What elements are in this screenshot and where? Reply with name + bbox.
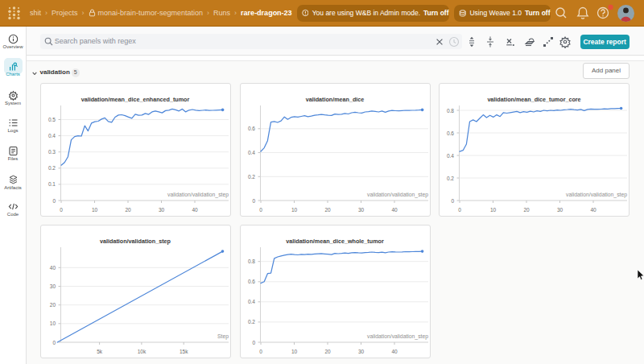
svg-text:30: 30 (557, 207, 564, 213)
svg-text:0.8: 0.8 (247, 259, 254, 264)
svg-text:0.4: 0.4 (247, 150, 254, 155)
svg-text:0.2: 0.2 (247, 319, 254, 325)
svg-text:10: 10 (49, 321, 56, 326)
svg-text:10: 10 (291, 207, 297, 213)
svg-text:0.6: 0.6 (447, 130, 454, 136)
svg-text:10k: 10k (137, 349, 146, 354)
svg-text:0.4: 0.4 (447, 153, 454, 159)
svg-text:0: 0 (52, 340, 56, 345)
svg-text:validation/validation_step: validation/validation_step (367, 192, 428, 198)
svg-text:0: 0 (252, 198, 255, 204)
svg-text:20: 20 (523, 207, 530, 213)
svg-text:30: 30 (357, 207, 364, 213)
svg-text:validation/validation_step: validation/validation_step (566, 192, 627, 198)
svg-text:0.2: 0.2 (447, 176, 454, 181)
svg-text:15k: 15k (179, 349, 188, 354)
svg-text:0.2: 0.2 (47, 165, 55, 171)
svg-text:0: 0 (259, 207, 262, 213)
svg-text:10: 10 (291, 349, 297, 354)
svg-text:0: 0 (259, 349, 262, 354)
svg-text:0.4: 0.4 (47, 133, 55, 139)
svg-text:5k: 5k (97, 349, 103, 354)
svg-text:0.2: 0.2 (247, 174, 254, 180)
svg-text:20: 20 (324, 207, 331, 213)
svg-text:30: 30 (357, 349, 364, 354)
svg-text:0.6: 0.6 (247, 126, 254, 131)
svg-text:20: 20 (125, 207, 131, 213)
svg-text:40: 40 (391, 207, 398, 213)
svg-text:10: 10 (490, 207, 497, 213)
svg-text:0: 0 (252, 340, 255, 345)
svg-text:40: 40 (590, 207, 597, 213)
svg-text:validation/validation_step: validation/validation_step (167, 192, 229, 198)
svg-text:0: 0 (60, 207, 63, 213)
svg-text:0.1: 0.1 (47, 181, 55, 187)
svg-text:40: 40 (49, 265, 56, 271)
svg-text:0.6: 0.6 (247, 279, 254, 284)
svg-text:0: 0 (458, 207, 461, 213)
svg-text:validation/validation_step: validation/validation_step (367, 333, 428, 340)
svg-text:30: 30 (158, 207, 164, 213)
svg-text:10: 10 (91, 207, 97, 213)
svg-text:0.8: 0.8 (447, 108, 454, 114)
svg-text:40: 40 (192, 207, 198, 213)
svg-text:20: 20 (324, 349, 331, 354)
svg-text:0.5: 0.5 (47, 117, 55, 122)
svg-text:0.3: 0.3 (47, 149, 55, 155)
svg-text:30: 30 (49, 283, 56, 289)
svg-text:20: 20 (49, 302, 56, 308)
svg-text:0.4: 0.4 (247, 299, 254, 304)
svg-text:40: 40 (391, 349, 398, 354)
svg-text:0: 0 (52, 198, 56, 204)
svg-text:Step: Step (217, 333, 229, 340)
svg-text:0: 0 (451, 198, 454, 204)
